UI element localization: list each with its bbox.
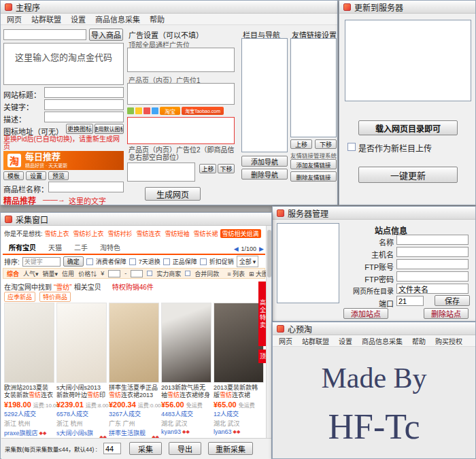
product-seller[interactable]: 拼率生活旗舰店◆◆: [109, 428, 159, 438]
sort-sales[interactable]: 销量▾: [43, 269, 58, 278]
menu-item-web[interactable]: 网页: [2, 14, 27, 24]
product-title[interactable]: 2013新款气质无袖雪纺连衣裙修身显瘦长裙: [161, 384, 211, 399]
ad-move-up-button[interactable]: 上移: [199, 164, 216, 173]
delete-nav-button[interactable]: 删除导航: [241, 169, 288, 180]
blue-swatch-icon[interactable]: [152, 107, 158, 114]
links-listbox[interactable]: [290, 38, 337, 137]
tab-all-items[interactable]: 所有宝贝: [3, 241, 42, 254]
product-seller[interactable]: praxe旗舰店◆◆: [4, 428, 54, 437]
main-titlebar[interactable]: 主程序: [1, 1, 337, 14]
suggestion-tag[interactable]: 雪纺上衣: [43, 229, 71, 238]
link-move-up-button[interactable]: 上移: [290, 139, 312, 149]
menu-item-settings[interactable]: 设置: [66, 14, 90, 24]
taodianjin-code-textarea[interactable]: [3, 43, 124, 85]
banner-tab-preview[interactable]: 预览: [48, 171, 69, 180]
nav-listbox[interactable]: [241, 38, 288, 152]
update-titlebar[interactable]: 更新到服务器: [339, 1, 475, 14]
power-seller-checkbox[interactable]: [147, 271, 152, 276]
port-input[interactable]: [396, 296, 424, 306]
web-dir-input[interactable]: [396, 284, 469, 294]
grid-view-icon[interactable]: ⊞ 大图: [249, 269, 268, 278]
product-title[interactable]: 2013夏装新款韩版雪纺连衣裙: [214, 384, 264, 399]
menu-item-license[interactable]: 购买授权: [430, 336, 467, 346]
suggestion-tag[interactable]: 雪纺连衣: [135, 229, 163, 238]
menu-item-sites[interactable]: 站群联盟: [27, 14, 66, 24]
sites-listbox[interactable]: [277, 223, 339, 303]
price-min-input[interactable]: [108, 270, 120, 277]
delete-site-button[interactable]: 删除站点: [424, 308, 469, 319]
return7-checkbox[interactable]: [129, 258, 136, 265]
site-title-input[interactable]: [44, 87, 124, 98]
keyword-filter-input[interactable]: [22, 257, 61, 267]
change-icon-button[interactable]: 更换图标: [66, 124, 93, 134]
ad-preview-textarea[interactable]: [127, 117, 235, 144]
one-key-update-button[interactable]: 一键更新: [358, 167, 458, 183]
price-max-input[interactable]: [131, 270, 143, 277]
column-name-input[interactable]: [48, 182, 124, 192]
list-view-icon[interactable]: ≡ 列表: [227, 269, 245, 278]
ad-slot3-textarea[interactable]: [127, 163, 195, 182]
site-name-input[interactable]: [396, 235, 469, 245]
product-image[interactable]: [56, 303, 107, 383]
yellow-swatch-icon[interactable]: [135, 107, 142, 114]
server-titlebar[interactable]: 服务器管理: [273, 207, 475, 220]
product-card[interactable]: 2013夏装新款韩版雪纺连衣裙 ¥65.00免运费 12人成交 湖北 武汉 ly…: [214, 303, 264, 435]
ad-slot1-textarea[interactable]: [127, 48, 235, 72]
product-image[interactable]: [109, 303, 159, 383]
generate-page-button[interactable]: 生成网页: [145, 187, 201, 201]
product-image[interactable]: [4, 303, 54, 383]
banner-tab-settings[interactable]: 设置: [26, 171, 46, 180]
product-card[interactable]: s大阔小阔s2013新款荷叶边雪纺印花连衣裙 ¥239.01运费:8.00 65…: [56, 303, 107, 438]
green-swatch-icon[interactable]: [127, 107, 134, 114]
banner-tab-template[interactable]: 模板: [3, 171, 24, 180]
brand-titlebar[interactable]: 心预淘: [273, 322, 475, 335]
import-products-button[interactable]: 导入商品: [89, 29, 123, 41]
product-card[interactable]: 欧洲站2013夏装女装新款雪纺连衣裙蕾丝长裙 ¥198.00运费:10.00 5…: [4, 303, 54, 437]
save-site-button[interactable]: 保存: [435, 295, 470, 306]
tab-tmall[interactable]: 天猫: [42, 241, 68, 254]
menu-item-help[interactable]: 帮助: [407, 336, 430, 346]
keyword-input[interactable]: [44, 99, 124, 110]
collect-titlebar[interactable]: 采集窗口: [1, 213, 271, 226]
suggestion-tag[interactable]: 雪纺衬衫: [106, 229, 135, 238]
product-card[interactable]: 2013新款气质无袖雪纺连衣裙修身显瘦长裙 ¥56.00免运费 4483人成交 …: [161, 303, 211, 435]
menu-item-collect[interactable]: 商品信息采集: [357, 336, 407, 346]
product-seller[interactable]: s大阔小阔s旗舰店◆◆: [56, 428, 107, 438]
daily-recommend-banner[interactable]: 淘 每日推荐 精品好货 · 天天更新: [3, 151, 124, 170]
delete-link-button[interactable]: 删除友情链接: [290, 171, 337, 182]
description-input[interactable]: [44, 112, 124, 122]
host-input[interactable]: [396, 247, 469, 257]
suggestion-tag[interactable]: 雪纺长裙: [192, 229, 220, 238]
product-title[interactable]: s大阔小阔s2013新款荷叶边雪纺印花连衣裙: [56, 384, 107, 399]
next-page-icon[interactable]: ▶: [258, 244, 265, 254]
scrollbar-thumb[interactable]: [267, 230, 271, 277]
authentic-checkbox[interactable]: [163, 258, 170, 265]
new-column-checkbox[interactable]: [347, 143, 356, 151]
suggestion-tag[interactable]: 雪纺衫上衣: [71, 229, 106, 238]
tab-secondhand[interactable]: 二手: [68, 241, 94, 254]
product-title[interactable]: 欧洲站2013夏装女装新款雪纺连衣裙蕾丝长裙: [4, 384, 54, 399]
sort-popularity[interactable]: 人气▾: [23, 269, 39, 278]
special-price-tag[interactable]: 特价商品: [39, 292, 71, 302]
load-directory-button[interactable]: 载入网页目录即可: [358, 120, 458, 135]
consumer-protect-checkbox[interactable]: [86, 258, 93, 265]
merge-same-checkbox[interactable]: [185, 271, 190, 276]
ftp-pass-input[interactable]: [396, 271, 469, 282]
discount-checkbox[interactable]: [200, 258, 207, 265]
product-seller[interactable]: lyan63◆◆: [214, 428, 264, 435]
product-image[interactable]: [161, 303, 211, 383]
menu-item-sites[interactable]: 站群联盟: [297, 336, 334, 346]
prev-page-icon[interactable]: ◀: [233, 244, 240, 254]
ad-move-down-button[interactable]: 下移: [218, 164, 235, 173]
scrollbar[interactable]: [266, 226, 271, 438]
menu-item-web[interactable]: 网页: [274, 336, 297, 346]
export-button[interactable]: 导出: [169, 442, 201, 455]
add-site-button[interactable]: 添加站点: [343, 308, 388, 319]
link-move-down-button[interactable]: 下移: [315, 139, 337, 149]
product-card[interactable]: 拼率生活夏季正品雪纺连衣裙2013新款长裙 ¥200.34运费:0.00 326…: [109, 303, 159, 438]
product-seller[interactable]: kyan93◆◆: [161, 428, 211, 435]
collect-button[interactable]: 采集: [129, 442, 162, 455]
ftp-user-input[interactable]: [396, 259, 469, 269]
recollect-button[interactable]: 重新采集: [208, 442, 253, 455]
sort-composite[interactable]: 综合: [7, 269, 19, 278]
